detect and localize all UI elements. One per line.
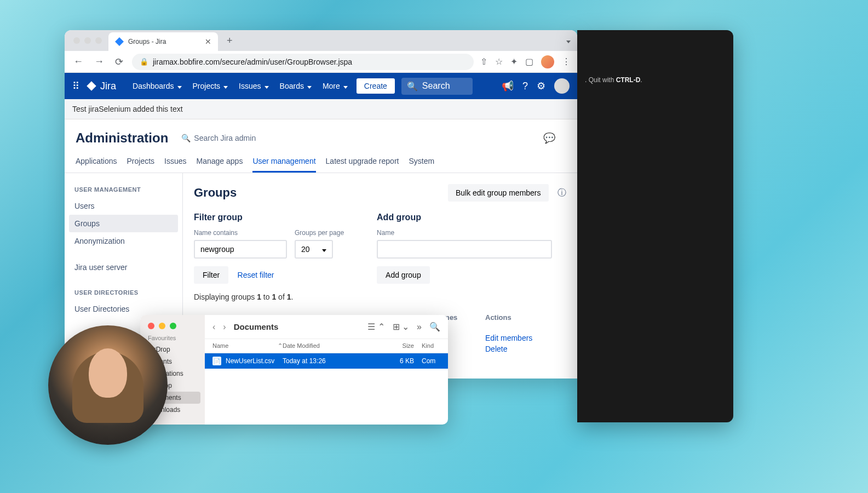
filter-group-section: Filter group Name contains Groups per pa… bbox=[194, 213, 344, 284]
search-icon: 🔍 bbox=[407, 81, 418, 91]
tab-system[interactable]: System bbox=[409, 157, 434, 173]
announce-icon[interactable]: 📢 bbox=[502, 80, 514, 92]
finder-back-button[interactable]: ‹ bbox=[212, 322, 215, 332]
forward-button[interactable]: → bbox=[92, 54, 106, 70]
search-icon: 🔍 bbox=[181, 134, 191, 142]
address-bar[interactable]: 🔒 jiramax.bobfire.com/secure/admin/user/… bbox=[132, 54, 474, 70]
panel-icon[interactable]: ▢ bbox=[525, 56, 533, 67]
file-size: 6 KB bbox=[370, 357, 414, 365]
bookmark-icon[interactable]: ☆ bbox=[495, 56, 503, 67]
finder-more-icon[interactable]: » bbox=[417, 322, 422, 332]
menu-icon[interactable]: ⋮ bbox=[562, 56, 571, 67]
filter-section-title: Filter group bbox=[194, 213, 344, 222]
reset-filter-link[interactable]: Reset filter bbox=[238, 271, 274, 279]
share-icon[interactable]: ⇧ bbox=[480, 56, 487, 67]
admin-header: Administration 🔍 Search Jira admin 💬 bbox=[65, 119, 577, 146]
help-icon[interactable]: ? bbox=[522, 81, 528, 92]
admin-tabs: Applications Projects Issues Manage apps… bbox=[65, 146, 577, 173]
tab-issues[interactable]: Issues bbox=[164, 157, 186, 173]
close-tab-icon[interactable]: ✕ bbox=[205, 37, 211, 46]
finder-list-view-icon[interactable]: ☰ ⌃ bbox=[367, 322, 384, 332]
extensions-icon[interactable]: ✦ bbox=[510, 56, 518, 67]
finder-sidebar-heading: Favourites bbox=[145, 333, 200, 343]
browser-tab-bar: Groups - Jira ✕ + bbox=[65, 30, 577, 51]
browser-actions: ⇧ ☆ ✦ ▢ ⋮ bbox=[480, 55, 571, 68]
tab-applications[interactable]: Applications bbox=[76, 157, 117, 173]
finder-grid-view-icon[interactable]: ⊞ ⌄ bbox=[393, 322, 409, 332]
add-name-input[interactable] bbox=[377, 240, 552, 259]
nav-issues[interactable]: Issues bbox=[237, 82, 271, 90]
delete-link[interactable]: Delete bbox=[485, 345, 560, 353]
nav-search[interactable]: 🔍 Search bbox=[401, 78, 473, 95]
finder-col-date[interactable]: Date Modified bbox=[283, 342, 370, 349]
file-date: Today at 13:26 bbox=[283, 357, 370, 365]
finder-col-size[interactable]: Size bbox=[370, 342, 414, 349]
admin-search[interactable]: 🔍 Search Jira admin bbox=[181, 134, 256, 142]
settings-icon[interactable]: ⚙ bbox=[537, 80, 545, 92]
groups-per-page-select[interactable]: 20 bbox=[295, 240, 333, 259]
webcam-overlay bbox=[48, 325, 168, 445]
add-group-section: Add group Name Add group bbox=[377, 213, 552, 284]
finder-column-headers: Name⌃ Date Modified Size Kind bbox=[205, 339, 448, 353]
tab-manage-apps[interactable]: Manage apps bbox=[197, 157, 243, 173]
nav-projects[interactable]: Projects bbox=[191, 82, 231, 90]
reload-button[interactable]: ⟳ bbox=[113, 54, 125, 70]
nav-more[interactable]: More bbox=[320, 82, 350, 90]
jira-tab-icon bbox=[115, 37, 124, 46]
minimize-window-button[interactable] bbox=[84, 37, 91, 44]
help-circle-icon[interactable]: ⓘ bbox=[557, 188, 566, 197]
finder-file-row[interactable]: 📄NewUserList.csv Today at 13:26 6 KB Com bbox=[205, 353, 448, 369]
announcement-banner: Test jiraSelenium added this text bbox=[65, 99, 577, 119]
terminal-window: . Quit with CTRL-D. bbox=[577, 30, 733, 422]
tab-user-management[interactable]: User management bbox=[252, 157, 315, 173]
results-count: Displaying groups 1 to 1 of 1. bbox=[194, 293, 566, 301]
col-actions: Actions bbox=[485, 313, 560, 322]
close-window-button[interactable] bbox=[73, 37, 80, 44]
back-button[interactable]: ← bbox=[71, 54, 85, 70]
nav-dashboards[interactable]: Dashboards bbox=[130, 82, 184, 90]
tabs-dropdown-icon[interactable] bbox=[565, 36, 571, 45]
user-avatar[interactable] bbox=[554, 78, 570, 94]
sidebar-heading-user-management: USER MANAGEMENT bbox=[69, 182, 178, 197]
app-switcher-icon[interactable]: ⠿ bbox=[72, 80, 79, 92]
feedback-icon[interactable]: 💬 bbox=[543, 132, 555, 144]
browser-tab[interactable]: Groups - Jira ✕ bbox=[108, 32, 218, 51]
finder-col-kind[interactable]: Kind bbox=[414, 342, 440, 349]
sidebar-heading-user-directories: USER DIRECTORIES bbox=[69, 285, 178, 300]
jira-logo-icon bbox=[86, 81, 97, 91]
sidebar-item-users[interactable]: Users bbox=[69, 197, 178, 215]
nav-boards[interactable]: Boards bbox=[278, 82, 314, 90]
finder-col-name[interactable]: Name⌃ bbox=[212, 342, 283, 349]
finder-forward-button[interactable]: › bbox=[223, 322, 226, 332]
admin-search-placeholder: Search Jira admin bbox=[194, 134, 256, 142]
terminal-output: . Quit with CTRL-D. bbox=[585, 76, 726, 84]
finder-search-icon[interactable]: 🔍 bbox=[429, 322, 440, 332]
search-placeholder: Search bbox=[422, 81, 450, 91]
profile-avatar[interactable] bbox=[541, 55, 554, 68]
tab-upgrade-report[interactable]: Latest upgrade report bbox=[326, 157, 399, 173]
name-contains-label: Name contains bbox=[194, 229, 287, 237]
tab-projects[interactable]: Projects bbox=[127, 157, 155, 173]
add-group-button[interactable]: Add group bbox=[377, 266, 430, 284]
finder-main: ‹ › Documents ☰ ⌃ ⊞ ⌄ » 🔍 Name⌃ Date Mod… bbox=[205, 315, 448, 425]
new-tab-button[interactable]: + bbox=[222, 35, 237, 47]
add-section-title: Add group bbox=[377, 213, 552, 222]
lock-icon: 🔒 bbox=[140, 58, 148, 66]
tab-title: Groups - Jira bbox=[128, 38, 200, 45]
name-contains-input[interactable] bbox=[194, 240, 287, 259]
finder-window-controls bbox=[148, 323, 176, 329]
sidebar-item-groups[interactable]: Groups bbox=[69, 215, 178, 232]
finder-maximize-button[interactable] bbox=[170, 323, 176, 329]
window-controls bbox=[73, 37, 102, 44]
bulk-edit-button[interactable]: Bulk edit group members bbox=[448, 184, 549, 202]
create-button[interactable]: Create bbox=[357, 78, 395, 94]
main-title: Groups bbox=[194, 186, 237, 200]
sidebar-item-anonymization[interactable]: Anonymization bbox=[69, 232, 178, 250]
sidebar-item-jira-user-server[interactable]: Jira user server bbox=[69, 259, 178, 276]
maximize-window-button[interactable] bbox=[95, 37, 102, 44]
finder-minimize-button[interactable] bbox=[159, 323, 165, 329]
finder-close-button[interactable] bbox=[148, 323, 154, 329]
filter-button[interactable]: Filter bbox=[194, 266, 228, 284]
jira-logo[interactable]: Jira bbox=[86, 81, 116, 92]
edit-members-link[interactable]: Edit members bbox=[485, 334, 560, 342]
